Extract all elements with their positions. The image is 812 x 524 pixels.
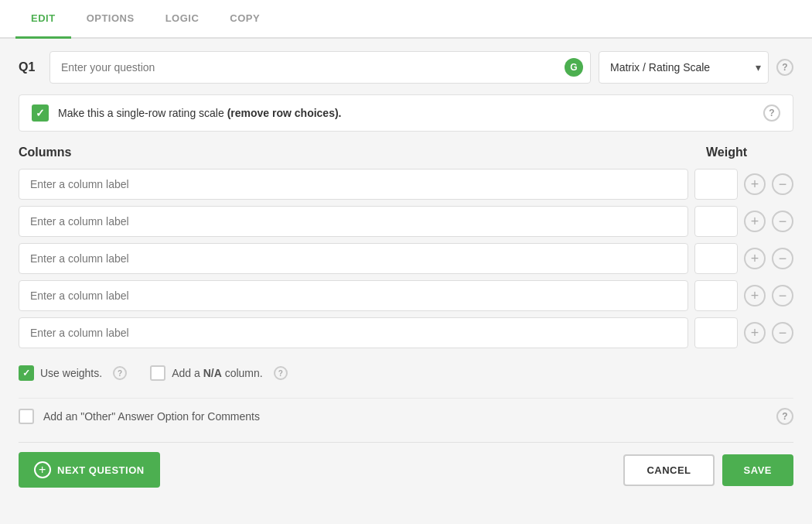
weight-input-2[interactable]: 2 xyxy=(694,206,738,237)
add-column-2-button[interactable]: + xyxy=(744,211,766,232)
column-input-5[interactable] xyxy=(19,317,688,348)
use-weights-checkbox[interactable] xyxy=(19,365,34,381)
weight-input-5[interactable]: 5 xyxy=(694,317,738,348)
question-label: Q1 xyxy=(19,60,42,74)
weight-input-1[interactable]: 1 xyxy=(694,169,738,200)
question-input-wrap: G xyxy=(49,51,591,84)
columns-title: Columns xyxy=(19,146,71,159)
other-answer-help-icon[interactable]: ? xyxy=(776,408,793,425)
tab-copy[interactable]: COPY xyxy=(214,0,275,39)
other-answer-checkbox[interactable] xyxy=(19,409,34,424)
remove-column-3-button[interactable]: − xyxy=(772,248,793,269)
remove-column-5-button[interactable]: − xyxy=(772,322,793,344)
weight-input-4[interactable]: 4 xyxy=(694,280,738,311)
column-input-3[interactable] xyxy=(19,243,688,274)
remove-column-1-button[interactable]: − xyxy=(772,173,793,195)
column-row: 4 + − xyxy=(19,280,793,311)
remove-column-2-button[interactable]: − xyxy=(772,211,793,232)
notice-text: Make this a single-row rating scale (rem… xyxy=(58,107,754,119)
column-input-1[interactable] xyxy=(19,169,688,200)
na-column-label[interactable]: Add a N/A column. xyxy=(150,365,263,381)
use-weights-text: Use weights. xyxy=(40,367,102,379)
footer-actions: CANCEL SAVE xyxy=(623,454,793,486)
column-input-4[interactable] xyxy=(19,280,688,311)
column-row: 3 + − xyxy=(19,243,793,274)
notice-help-icon[interactable]: ? xyxy=(763,104,780,122)
add-column-3-button[interactable]: + xyxy=(744,248,766,269)
other-answer-row: Add an "Other" Answer Option for Comment… xyxy=(19,398,793,434)
na-column-text: Add a N/A column. xyxy=(172,367,263,379)
tab-edit[interactable]: EDIT xyxy=(15,0,71,39)
tab-bar: EDIT OPTIONS LOGIC COPY xyxy=(0,0,812,39)
tab-logic[interactable]: LOGIC xyxy=(150,0,215,39)
next-question-button[interactable]: + NEXT QUESTION xyxy=(19,452,160,488)
weight-input-3[interactable]: 3 xyxy=(694,243,738,274)
notice-bar: Make this a single-row rating scale (rem… xyxy=(19,94,793,132)
question-type-help-icon[interactable]: ? xyxy=(776,59,793,76)
column-input-2[interactable] xyxy=(19,206,688,237)
remove-column-4-button[interactable]: − xyxy=(772,285,793,307)
use-weights-help-icon[interactable]: ? xyxy=(113,366,127,380)
add-column-1-button[interactable]: + xyxy=(744,173,766,195)
question-input[interactable] xyxy=(49,51,591,84)
column-row: 2 + − xyxy=(19,206,793,237)
add-column-4-button[interactable]: + xyxy=(744,285,766,307)
add-column-5-button[interactable]: + xyxy=(744,322,766,344)
cancel-button[interactable]: CANCEL xyxy=(623,454,714,486)
na-column-help-icon[interactable]: ? xyxy=(274,366,288,380)
question-type-wrap: Matrix / Rating ScaleMultiple ChoiceChec… xyxy=(599,51,769,84)
options-row: Use weights. ? Add a N/A column. ? xyxy=(19,359,793,387)
weight-title: Weight xyxy=(706,146,793,159)
na-column-checkbox[interactable] xyxy=(150,365,165,381)
question-row: Q1 G Matrix / Rating ScaleMultiple Choic… xyxy=(19,51,793,84)
column-row: 1 + − xyxy=(19,169,793,200)
column-rows-container: 1 + − 2 + − 3 + − 4 + − 5 + − xyxy=(19,169,793,348)
save-button[interactable]: SAVE xyxy=(722,454,793,486)
column-row: 5 + − xyxy=(19,317,793,348)
columns-header: Columns Weight xyxy=(19,146,793,159)
use-weights-label[interactable]: Use weights. xyxy=(19,365,102,381)
next-question-label: NEXT QUESTION xyxy=(57,464,145,476)
question-type-select[interactable]: Matrix / Rating ScaleMultiple ChoiceChec… xyxy=(599,51,769,84)
main-content: Q1 G Matrix / Rating ScaleMultiple Choic… xyxy=(0,39,812,522)
next-question-plus-icon: + xyxy=(34,461,51,478)
notice-checkbox[interactable] xyxy=(32,104,49,122)
tab-options[interactable]: OPTIONS xyxy=(71,0,150,39)
footer: + NEXT QUESTION CANCEL SAVE xyxy=(19,442,793,488)
grammarly-icon: G xyxy=(565,58,583,77)
other-answer-text: Add an "Other" Answer Option for Comment… xyxy=(43,410,260,423)
